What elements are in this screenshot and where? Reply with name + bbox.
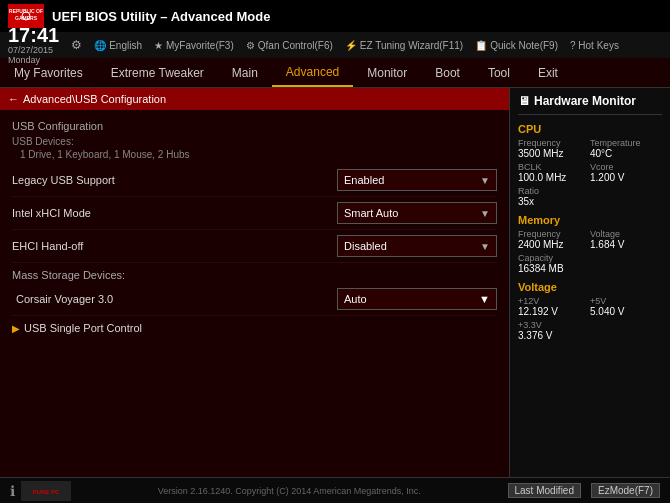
hw-33v-label: +3.3V bbox=[518, 320, 662, 330]
hw-cpu-temp-label: Temperature bbox=[590, 138, 662, 148]
hw-mem-volt-col: Voltage 1.684 V bbox=[590, 229, 662, 250]
hw-vcore-value: 1.200 V bbox=[590, 172, 662, 183]
breadcrumb[interactable]: ← Advanced\USB Configuration bbox=[0, 88, 509, 110]
legacy-usb-row: Legacy USB Support Enabled ▼ bbox=[12, 164, 497, 197]
myfavorite-item[interactable]: ★ MyFavorite(F3) bbox=[154, 40, 234, 51]
intel-xhci-row: Intel xHCI Mode Smart Auto ▼ bbox=[12, 197, 497, 230]
header-bar: REPUBLIC OF GAMERS UEFI BIOS Utility – A… bbox=[0, 0, 670, 32]
footer-version: Version 2.16.1240. Copyright (C) 2014 Am… bbox=[71, 486, 508, 496]
legacy-usb-label: Legacy USB Support bbox=[12, 174, 337, 186]
corsair-voyager-label: Corsair Voyager 3.0 bbox=[12, 293, 337, 305]
purepc-logo: PURE PC bbox=[21, 481, 71, 501]
nav-extreme-tweaker[interactable]: Extreme Tweaker bbox=[97, 58, 218, 87]
hw-5v-value: 5.040 V bbox=[590, 306, 662, 317]
hw-cpu-temp-value: 40°C bbox=[590, 148, 662, 159]
hw-33v-col: +3.3V 3.376 V bbox=[518, 320, 662, 341]
footer-left: ℹ PURE PC bbox=[10, 481, 71, 501]
intel-xhci-label: Intel xHCI Mode bbox=[12, 207, 337, 219]
svg-text:REPUBLIC OF: REPUBLIC OF bbox=[9, 8, 43, 14]
date-line1: 07/27/2015 bbox=[8, 45, 59, 55]
hw-bclk-label: BCLK bbox=[518, 162, 590, 172]
nav-tool[interactable]: Tool bbox=[474, 58, 524, 87]
hw-ratio-value: 35x bbox=[518, 196, 662, 207]
hw-cpu-title: CPU bbox=[518, 119, 662, 138]
qfan-item[interactable]: ⚙ Qfan Control(F6) bbox=[246, 40, 333, 51]
hw-mem-cap-value: 16384 MB bbox=[518, 263, 662, 274]
intel-xhci-value: Smart Auto bbox=[344, 207, 398, 219]
legacy-usb-arrow-icon: ▼ bbox=[480, 175, 490, 186]
nav-main[interactable]: Main bbox=[218, 58, 272, 87]
ezmode-button[interactable]: EzMode(F7) bbox=[591, 483, 660, 498]
ehci-handoff-arrow-icon: ▼ bbox=[480, 241, 490, 252]
hw-mem-row-1: Capacity 16384 MB bbox=[518, 253, 662, 274]
hw-12v-col: +12V 12.192 V bbox=[518, 296, 590, 317]
hw-volt-row-0: +12V 12.192 V +5V 5.040 V bbox=[518, 296, 662, 317]
expand-label: USB Single Port Control bbox=[24, 322, 142, 334]
mass-storage-title: Mass Storage Devices: bbox=[12, 263, 497, 283]
intel-xhci-dropdown[interactable]: Smart Auto ▼ bbox=[337, 202, 497, 224]
last-modified-button[interactable]: Last Modified bbox=[508, 483, 581, 498]
usb-single-port-control[interactable]: ▶ USB Single Port Control bbox=[12, 316, 497, 340]
hw-mem-freq-col: Frequency 2400 MHz bbox=[518, 229, 590, 250]
hw-mem-freq-value: 2400 MHz bbox=[518, 239, 590, 250]
ehci-handoff-row: EHCI Hand-off Disabled ▼ bbox=[12, 230, 497, 263]
eztuning-item[interactable]: ⚡ EZ Tuning Wizard(F11) bbox=[345, 40, 463, 51]
hw-cpu-freq-col: Frequency 3500 MHz bbox=[518, 138, 590, 159]
usb-devices-text: 1 Drive, 1 Keyboard, 1 Mouse, 2 Hubs bbox=[12, 149, 497, 164]
back-arrow-icon[interactable]: ← bbox=[8, 93, 19, 105]
settings-icon[interactable]: ⚙ bbox=[71, 38, 82, 52]
ehci-handoff-dropdown[interactable]: Disabled ▼ bbox=[337, 235, 497, 257]
content-area: USB Configuration USB Devices: 1 Drive, … bbox=[0, 110, 509, 346]
nav-advanced[interactable]: Advanced bbox=[272, 58, 353, 87]
corsair-voyager-row: Corsair Voyager 3.0 Auto ▼ bbox=[12, 283, 497, 316]
footer-bar: ℹ PURE PC Version 2.16.1240. Copyright (… bbox=[0, 477, 670, 503]
corsair-voyager-arrow-icon: ▼ bbox=[479, 293, 490, 305]
hw-cpu-row-1: BCLK 100.0 MHz Vcore 1.200 V bbox=[518, 162, 662, 183]
clock-display: 17:41 bbox=[8, 25, 59, 45]
hw-12v-label: +12V bbox=[518, 296, 590, 306]
ehci-handoff-value: Disabled bbox=[344, 240, 387, 252]
header-title: UEFI BIOS Utility – Advanced Mode bbox=[52, 9, 662, 24]
nav-monitor[interactable]: Monitor bbox=[353, 58, 421, 87]
nav-exit[interactable]: Exit bbox=[524, 58, 572, 87]
hw-5v-label: +5V bbox=[590, 296, 662, 306]
hw-mem-cap-label: Capacity bbox=[518, 253, 662, 263]
info-bar: 17:41 07/27/2015 Monday ⚙ 🌐 English ★ My… bbox=[0, 32, 670, 58]
footer-buttons: Last Modified EzMode(F7) bbox=[508, 483, 661, 498]
hw-12v-value: 12.192 V bbox=[518, 306, 590, 317]
breadcrumb-path: Advanced\USB Configuration bbox=[23, 93, 166, 105]
hw-cpu-freq-label: Frequency bbox=[518, 138, 590, 148]
quicknote-item[interactable]: 📋 Quick Note(F9) bbox=[475, 40, 558, 51]
nav-boot[interactable]: Boot bbox=[421, 58, 474, 87]
svg-text:PURE PC: PURE PC bbox=[33, 489, 60, 495]
language-item[interactable]: 🌐 English bbox=[94, 40, 142, 51]
hw-cpu-row-0: Frequency 3500 MHz Temperature 40°C bbox=[518, 138, 662, 159]
hw-mem-volt-value: 1.684 V bbox=[590, 239, 662, 250]
hw-mem-row-0: Frequency 2400 MHz Voltage 1.684 V bbox=[518, 229, 662, 250]
hw-voltage-title: Voltage bbox=[518, 277, 662, 296]
intel-xhci-arrow-icon: ▼ bbox=[480, 208, 490, 219]
hw-5v-col: +5V 5.040 V bbox=[590, 296, 662, 317]
hw-mem-volt-label: Voltage bbox=[590, 229, 662, 239]
hw-ratio-col: Ratio 35x bbox=[518, 186, 662, 207]
expand-arrow-icon: ▶ bbox=[12, 323, 20, 334]
ehci-handoff-label: EHCI Hand-off bbox=[12, 240, 337, 252]
nav-my-favorites[interactable]: My Favorites bbox=[0, 58, 97, 87]
hw-cpu-freq-value: 3500 MHz bbox=[518, 148, 590, 159]
hw-mem-freq-label: Frequency bbox=[518, 229, 590, 239]
corsair-voyager-value: Auto bbox=[344, 293, 367, 305]
hw-ratio-label: Ratio bbox=[518, 186, 662, 196]
corsair-voyager-dropdown[interactable]: Auto ▼ bbox=[337, 288, 497, 310]
legacy-usb-dropdown[interactable]: Enabled ▼ bbox=[337, 169, 497, 191]
hardware-monitor-panel: 🖥 Hardware Monitor CPU Frequency 3500 MH… bbox=[510, 88, 670, 477]
hotkeys-item[interactable]: ? Hot Keys bbox=[570, 40, 619, 51]
info-button[interactable]: ℹ bbox=[10, 483, 15, 499]
hw-cpu-row-2: Ratio 35x bbox=[518, 186, 662, 207]
hw-monitor-icon: 🖥 bbox=[518, 94, 530, 108]
main-layout: ← Advanced\USB Configuration USB Configu… bbox=[0, 88, 670, 477]
hw-33v-value: 3.376 V bbox=[518, 330, 662, 341]
sub-section-title: USB Devices: bbox=[12, 134, 497, 149]
hw-bclk-value: 100.0 MHz bbox=[518, 172, 590, 183]
hw-memory-title: Memory bbox=[518, 210, 662, 229]
hw-mem-cap-col: Capacity 16384 MB bbox=[518, 253, 662, 274]
